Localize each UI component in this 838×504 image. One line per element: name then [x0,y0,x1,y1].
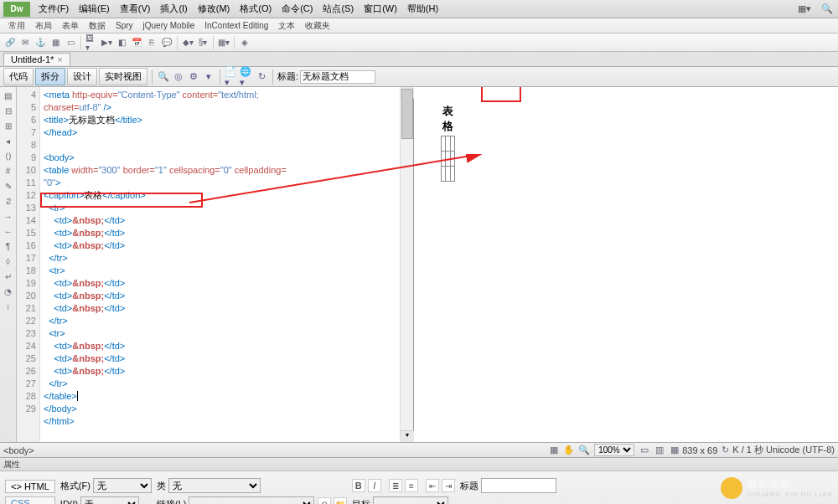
target-select[interactable] [373,496,448,505]
class-select[interactable]: 无 [168,478,261,493]
code-view-button[interactable]: 代码 [3,68,34,85]
collapse-icon[interactable]: ⊟ [2,104,15,117]
menu-item[interactable]: 插入(I) [155,3,192,13]
move-icon[interactable]: ↕ [2,300,15,313]
script-icon[interactable]: §▾ [196,36,210,49]
point-to-file-icon[interactable]: ⊙ [318,497,331,504]
scroll-thumb[interactable] [401,89,413,139]
server-icon[interactable]: ⎘ [145,36,158,49]
hyperlink-icon[interactable]: 🔗 [3,36,17,49]
image-icon[interactable]: 🖼▾ [85,36,98,49]
properties-bar-title[interactable]: 属性 [0,457,838,471]
tab-close-icon[interactable]: × [57,54,62,64]
insert-tab[interactable]: 文本 [273,21,300,30]
ol-icon[interactable]: ≡ [405,479,418,492]
indent-button-icon[interactable]: ⇥ [442,479,455,492]
code-scrollbar[interactable]: ▴ ▾ [400,87,413,442]
cell[interactable] [450,136,454,152]
italic-icon[interactable]: I [368,479,381,492]
outdent-button-icon[interactable]: ⇤ [426,479,439,492]
html-mode-button[interactable]: <> HTML [5,480,55,493]
expand-icon[interactable]: ⊞ [2,119,15,132]
anchor-icon[interactable]: ⚓ [34,36,47,49]
media-icon[interactable]: ▶▾ [100,36,113,49]
file-mgmt-icon[interactable]: 📄▾ [225,70,238,84]
zoom-select[interactable]: 100% [594,444,634,456]
insert-tab[interactable]: 数据 [84,21,111,30]
table-icon[interactable]: ▦ [49,36,62,49]
zoom-tool-icon[interactable]: 🔍 [578,445,590,456]
insert-tab[interactable]: 布局 [30,21,57,30]
outdent-icon[interactable]: ← [2,224,15,238]
wrap-icon[interactable]: ↵ [2,270,15,283]
menu-item[interactable]: 站点(S) [318,3,359,13]
menu-item[interactable]: 修改(M) [193,3,235,13]
table-caption[interactable]: 表格 [441,102,455,136]
doc-title-input[interactable] [300,70,375,84]
split-view-button[interactable]: 拆分 [35,68,65,85]
scroll-down-icon[interactable]: ▾ [401,430,414,442]
window-size-icon[interactable]: ▭ [639,445,650,456]
bold-icon[interactable]: B [352,479,365,492]
insert-tab[interactable]: Spry [111,21,138,30]
indent-icon[interactable]: → [2,209,15,223]
line-num-icon[interactable]: # [2,164,15,177]
refresh-icon[interactable]: ↻ [255,70,268,84]
search-icon[interactable]: 🔍 [816,3,838,13]
format-select[interactable]: 无 [93,478,152,493]
tag-chooser-icon[interactable]: ◈ [238,36,251,49]
browser-icon[interactable]: ▾ [202,70,215,84]
recent-icon[interactable]: ◔ [2,285,15,298]
open-docs-icon[interactable]: ▤ [2,89,15,102]
design-view-button[interactable]: 设计 [67,68,97,85]
id-select[interactable]: 无 [80,496,139,505]
email-icon[interactable]: ✉ [18,36,32,49]
format-icon[interactable]: ¶ [2,239,15,253]
date-icon[interactable]: 📅 [130,36,143,49]
preview-table[interactable]: 表格 [441,102,455,182]
guides-icon[interactable]: ▦ [669,445,680,456]
head-icon[interactable]: ◆▾ [181,36,194,49]
browse-folder-icon[interactable]: 📁 [334,497,347,504]
rulers-icon[interactable]: ▥ [654,445,665,456]
code-pane[interactable]: 4567891011121314151617181920212223242526… [17,87,414,442]
insert-tab[interactable]: InContext Editing [199,21,273,30]
menu-item[interactable]: 文件(F) [34,3,74,13]
cell[interactable] [450,152,454,167]
menu-item[interactable]: 帮助(H) [402,3,443,13]
menu-item[interactable]: 窗口(W) [359,3,402,13]
hand-tool-icon[interactable]: ✋ [563,445,575,456]
document-tab[interactable]: Untitled-1* × [3,53,70,65]
code-editor[interactable]: <meta http-equiv="Content-Type" content=… [40,87,400,442]
title-field-input[interactable] [481,478,556,493]
link-select[interactable] [189,496,314,505]
tag-selector[interactable]: <body> [3,445,34,455]
template-icon[interactable]: ▦▾ [217,36,230,49]
select-tool-icon[interactable]: ▦ [548,445,560,456]
div-icon[interactable]: ▭ [64,36,77,49]
insert-tab[interactable]: 表单 [57,21,84,30]
workspace-switcher[interactable]: ▦▾🔍 [793,3,838,14]
css-mode-button[interactable]: CSS [5,496,55,505]
widget-icon[interactable]: ◧ [115,36,128,49]
insert-tab[interactable]: 常用 [3,21,30,30]
insert-tab[interactable]: jQuery Mobile [138,21,200,30]
inspect-icon[interactable]: 🔍 [157,70,170,84]
menu-item[interactable]: 编辑(E) [74,3,115,13]
balance-icon[interactable]: ⟨⟩ [2,149,15,162]
menu-item[interactable]: 命令(C) [277,3,318,13]
design-pane[interactable]: 表格 [414,87,838,442]
live-code-icon[interactable]: ◎ [172,70,185,84]
comment-icon[interactable]: 💬 [160,36,173,49]
live-view-button[interactable]: 实时视图 [99,68,147,85]
preview-icon[interactable]: 🌐▾ [240,70,253,84]
parent-tag-icon[interactable]: ◂ [2,134,15,147]
insert-tab[interactable]: 收藏夹 [300,21,335,30]
cell[interactable] [450,167,454,182]
highlight-icon[interactable]: ✎ [2,179,15,193]
comment-icon2[interactable]: ◊ [2,255,15,268]
syntax-icon[interactable]: Ƨ [2,194,15,208]
menu-item[interactable]: 查看(V) [115,3,156,13]
menu-item[interactable]: 格式(O) [235,3,277,13]
ul-icon[interactable]: ≣ [389,479,402,492]
